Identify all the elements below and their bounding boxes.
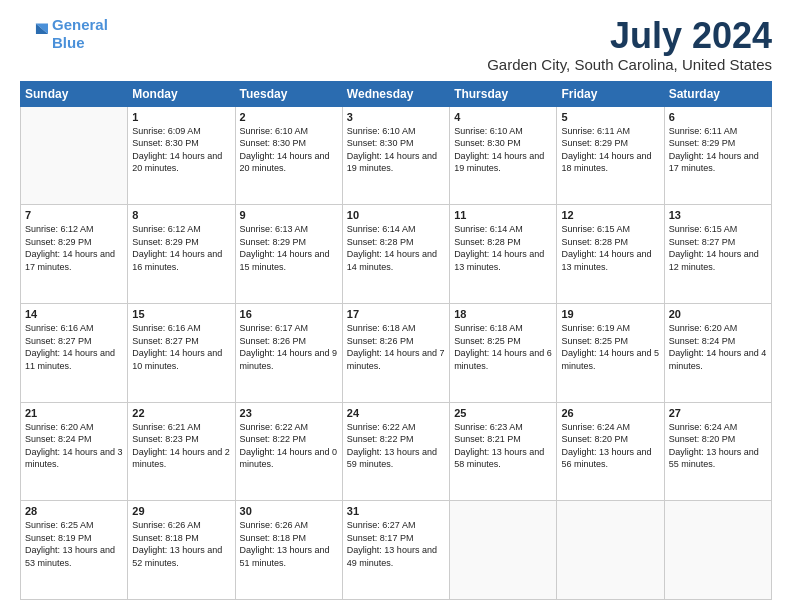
day-number: 1: [132, 111, 230, 123]
calendar-cell: [664, 501, 771, 600]
svg-rect-3: [20, 24, 36, 35]
day-info: Sunrise: 6:15 AM Sunset: 8:27 PM Dayligh…: [669, 223, 767, 273]
calendar-cell: 11Sunrise: 6:14 AM Sunset: 8:28 PM Dayli…: [450, 205, 557, 304]
calendar-cell: 1Sunrise: 6:09 AM Sunset: 8:30 PM Daylig…: [128, 106, 235, 205]
day-number: 15: [132, 308, 230, 320]
day-info: Sunrise: 6:09 AM Sunset: 8:30 PM Dayligh…: [132, 125, 230, 175]
day-number: 20: [669, 308, 767, 320]
col-tuesday: Tuesday: [235, 81, 342, 106]
day-number: 23: [240, 407, 338, 419]
calendar-header-row: Sunday Monday Tuesday Wednesday Thursday…: [21, 81, 772, 106]
calendar-cell: 18Sunrise: 6:18 AM Sunset: 8:25 PM Dayli…: [450, 303, 557, 402]
calendar-cell: 4Sunrise: 6:10 AM Sunset: 8:30 PM Daylig…: [450, 106, 557, 205]
calendar-cell: 30Sunrise: 6:26 AM Sunset: 8:18 PM Dayli…: [235, 501, 342, 600]
col-friday: Friday: [557, 81, 664, 106]
header: General Blue July 2024 Garden City, Sout…: [20, 16, 772, 73]
day-info: Sunrise: 6:17 AM Sunset: 8:26 PM Dayligh…: [240, 322, 338, 372]
day-number: 21: [25, 407, 123, 419]
day-info: Sunrise: 6:24 AM Sunset: 8:20 PM Dayligh…: [669, 421, 767, 471]
day-number: 17: [347, 308, 445, 320]
day-number: 19: [561, 308, 659, 320]
calendar-cell: 2Sunrise: 6:10 AM Sunset: 8:30 PM Daylig…: [235, 106, 342, 205]
col-wednesday: Wednesday: [342, 81, 449, 106]
calendar-cell: [450, 501, 557, 600]
logo-text: General Blue: [52, 16, 108, 52]
day-info: Sunrise: 6:11 AM Sunset: 8:29 PM Dayligh…: [561, 125, 659, 175]
day-info: Sunrise: 6:18 AM Sunset: 8:25 PM Dayligh…: [454, 322, 552, 372]
calendar-cell: 21Sunrise: 6:20 AM Sunset: 8:24 PM Dayli…: [21, 402, 128, 501]
day-number: 28: [25, 505, 123, 517]
page: General Blue July 2024 Garden City, Sout…: [0, 0, 792, 612]
calendar-cell: 12Sunrise: 6:15 AM Sunset: 8:28 PM Dayli…: [557, 205, 664, 304]
day-number: 8: [132, 209, 230, 221]
col-sunday: Sunday: [21, 81, 128, 106]
day-info: Sunrise: 6:26 AM Sunset: 8:18 PM Dayligh…: [132, 519, 230, 569]
calendar: Sunday Monday Tuesday Wednesday Thursday…: [20, 81, 772, 600]
logo: General Blue: [20, 16, 108, 52]
day-number: 11: [454, 209, 552, 221]
day-info: Sunrise: 6:19 AM Sunset: 8:25 PM Dayligh…: [561, 322, 659, 372]
calendar-cell: 27Sunrise: 6:24 AM Sunset: 8:20 PM Dayli…: [664, 402, 771, 501]
calendar-week-row: 7Sunrise: 6:12 AM Sunset: 8:29 PM Daylig…: [21, 205, 772, 304]
calendar-week-row: 14Sunrise: 6:16 AM Sunset: 8:27 PM Dayli…: [21, 303, 772, 402]
day-number: 10: [347, 209, 445, 221]
day-number: 29: [132, 505, 230, 517]
calendar-cell: 26Sunrise: 6:24 AM Sunset: 8:20 PM Dayli…: [557, 402, 664, 501]
day-number: 26: [561, 407, 659, 419]
calendar-cell: 10Sunrise: 6:14 AM Sunset: 8:28 PM Dayli…: [342, 205, 449, 304]
logo-line2: Blue: [52, 34, 85, 51]
calendar-cell: 29Sunrise: 6:26 AM Sunset: 8:18 PM Dayli…: [128, 501, 235, 600]
day-number: 18: [454, 308, 552, 320]
calendar-cell: 19Sunrise: 6:19 AM Sunset: 8:25 PM Dayli…: [557, 303, 664, 402]
calendar-week-row: 1Sunrise: 6:09 AM Sunset: 8:30 PM Daylig…: [21, 106, 772, 205]
day-info: Sunrise: 6:15 AM Sunset: 8:28 PM Dayligh…: [561, 223, 659, 273]
day-info: Sunrise: 6:11 AM Sunset: 8:29 PM Dayligh…: [669, 125, 767, 175]
calendar-cell: 5Sunrise: 6:11 AM Sunset: 8:29 PM Daylig…: [557, 106, 664, 205]
col-monday: Monday: [128, 81, 235, 106]
logo-line1: General: [52, 16, 108, 33]
calendar-cell: 23Sunrise: 6:22 AM Sunset: 8:22 PM Dayli…: [235, 402, 342, 501]
col-saturday: Saturday: [664, 81, 771, 106]
calendar-cell: 15Sunrise: 6:16 AM Sunset: 8:27 PM Dayli…: [128, 303, 235, 402]
day-number: 25: [454, 407, 552, 419]
calendar-cell: 31Sunrise: 6:27 AM Sunset: 8:17 PM Dayli…: [342, 501, 449, 600]
calendar-cell: 16Sunrise: 6:17 AM Sunset: 8:26 PM Dayli…: [235, 303, 342, 402]
day-number: 31: [347, 505, 445, 517]
calendar-cell: 24Sunrise: 6:22 AM Sunset: 8:22 PM Dayli…: [342, 402, 449, 501]
day-info: Sunrise: 6:13 AM Sunset: 8:29 PM Dayligh…: [240, 223, 338, 273]
calendar-cell: 6Sunrise: 6:11 AM Sunset: 8:29 PM Daylig…: [664, 106, 771, 205]
day-info: Sunrise: 6:20 AM Sunset: 8:24 PM Dayligh…: [25, 421, 123, 471]
day-number: 14: [25, 308, 123, 320]
col-thursday: Thursday: [450, 81, 557, 106]
calendar-cell: 9Sunrise: 6:13 AM Sunset: 8:29 PM Daylig…: [235, 205, 342, 304]
day-number: 2: [240, 111, 338, 123]
day-info: Sunrise: 6:22 AM Sunset: 8:22 PM Dayligh…: [240, 421, 338, 471]
day-info: Sunrise: 6:18 AM Sunset: 8:26 PM Dayligh…: [347, 322, 445, 372]
day-number: 3: [347, 111, 445, 123]
title-block: July 2024 Garden City, South Carolina, U…: [487, 16, 772, 73]
day-info: Sunrise: 6:10 AM Sunset: 8:30 PM Dayligh…: [240, 125, 338, 175]
day-number: 7: [25, 209, 123, 221]
calendar-week-row: 28Sunrise: 6:25 AM Sunset: 8:19 PM Dayli…: [21, 501, 772, 600]
subtitle: Garden City, South Carolina, United Stat…: [487, 56, 772, 73]
day-number: 13: [669, 209, 767, 221]
day-info: Sunrise: 6:12 AM Sunset: 8:29 PM Dayligh…: [132, 223, 230, 273]
day-info: Sunrise: 6:16 AM Sunset: 8:27 PM Dayligh…: [25, 322, 123, 372]
day-number: 9: [240, 209, 338, 221]
day-info: Sunrise: 6:14 AM Sunset: 8:28 PM Dayligh…: [347, 223, 445, 273]
main-title: July 2024: [487, 16, 772, 56]
day-info: Sunrise: 6:23 AM Sunset: 8:21 PM Dayligh…: [454, 421, 552, 471]
day-number: 6: [669, 111, 767, 123]
calendar-cell: 20Sunrise: 6:20 AM Sunset: 8:24 PM Dayli…: [664, 303, 771, 402]
day-info: Sunrise: 6:20 AM Sunset: 8:24 PM Dayligh…: [669, 322, 767, 372]
day-number: 27: [669, 407, 767, 419]
day-info: Sunrise: 6:10 AM Sunset: 8:30 PM Dayligh…: [347, 125, 445, 175]
day-info: Sunrise: 6:24 AM Sunset: 8:20 PM Dayligh…: [561, 421, 659, 471]
calendar-cell: 25Sunrise: 6:23 AM Sunset: 8:21 PM Dayli…: [450, 402, 557, 501]
calendar-cell: 13Sunrise: 6:15 AM Sunset: 8:27 PM Dayli…: [664, 205, 771, 304]
day-info: Sunrise: 6:26 AM Sunset: 8:18 PM Dayligh…: [240, 519, 338, 569]
calendar-week-row: 21Sunrise: 6:20 AM Sunset: 8:24 PM Dayli…: [21, 402, 772, 501]
calendar-cell: [557, 501, 664, 600]
calendar-cell: 8Sunrise: 6:12 AM Sunset: 8:29 PM Daylig…: [128, 205, 235, 304]
day-info: Sunrise: 6:16 AM Sunset: 8:27 PM Dayligh…: [132, 322, 230, 372]
